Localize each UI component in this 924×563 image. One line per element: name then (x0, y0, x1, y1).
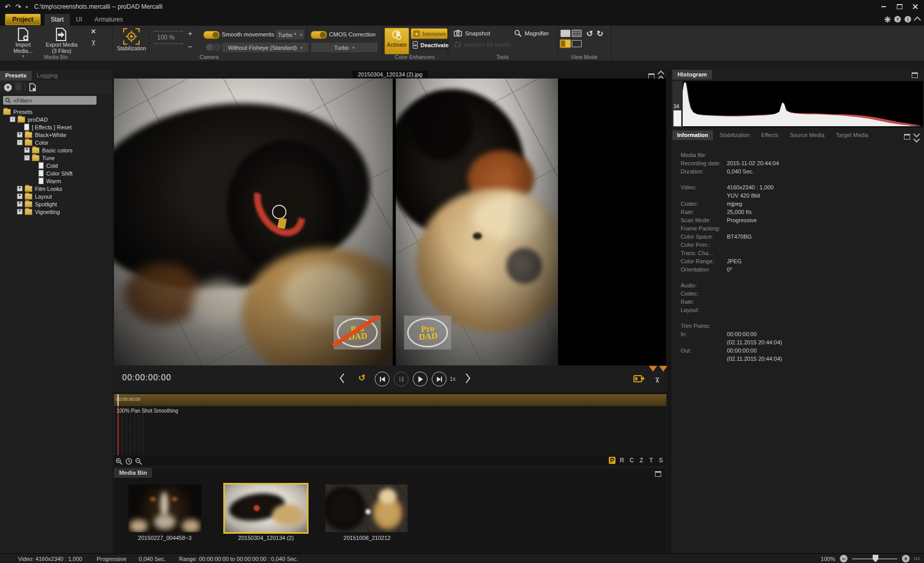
flag-toggle[interactable]: T (648, 457, 654, 464)
view-single-button[interactable] (561, 30, 570, 37)
maximize-button[interactable] (894, 3, 905, 10)
histogram-tab[interactable]: Histogram (672, 70, 712, 80)
info-icon[interactable]: i (904, 16, 911, 23)
redo-icon[interactable]: ↷ (15, 3, 22, 10)
tree-item[interactable]: Color Shift (0, 169, 112, 177)
help-icon[interactable]: ? (894, 16, 901, 23)
timeline-track[interactable]: 100% Pan Shot Smoothing (114, 406, 666, 455)
cmos-mode-dropdown[interactable]: Turbo ▾ (311, 42, 378, 53)
zoom-plus-button[interactable]: + (188, 29, 192, 37)
tree-item[interactable]: -Tune (0, 154, 112, 162)
tree-item[interactable]: +Film Looks (0, 185, 112, 192)
trim-scissors-button[interactable]: ✂ (652, 377, 662, 384)
preview-after-panel[interactable]: ProDAD (396, 79, 558, 365)
quick-access-caret-icon[interactable]: ▾ (25, 4, 28, 10)
activate-button[interactable]: Activate (384, 28, 409, 54)
delete-preset-button[interactable] (15, 84, 21, 90)
export-frames-button[interactable] (633, 374, 646, 384)
tree-expander[interactable]: + (17, 132, 23, 138)
tab-stabilization[interactable]: Stabilization (715, 130, 755, 140)
trim-in-marker[interactable] (649, 366, 657, 372)
tree-item[interactable]: +Basic colors (0, 146, 112, 154)
tree-item[interactable]: Warm (0, 177, 112, 185)
smooth-movements-toggle[interactable] (203, 31, 220, 39)
fisheye-toggle[interactable] (205, 43, 222, 51)
collapse-ribbon-icon[interactable] (914, 16, 921, 24)
tree-item[interactable]: Presets (0, 108, 112, 115)
preview-before-panel[interactable]: ProDAD (114, 79, 393, 365)
tab-effects[interactable]: Effects (757, 130, 783, 140)
tree-item[interactable]: -proDAD (0, 115, 112, 123)
panel-splitter[interactable] (667, 70, 671, 553)
cut-media-button[interactable]: ✂ (88, 39, 99, 47)
tab-logging[interactable]: Logging (32, 71, 63, 81)
pause-button[interactable] (394, 372, 409, 386)
media-remove-button[interactable] (88, 29, 99, 35)
tree-item[interactable]: Cold (0, 162, 112, 169)
export-media-button[interactable]: Export Media (3 Files) (42, 27, 81, 54)
close-button[interactable] (910, 3, 921, 10)
flag-toggle[interactable]: C (628, 457, 635, 464)
tab-presets[interactable]: Presets (0, 71, 32, 81)
tab-target-media[interactable]: Target Media (831, 130, 873, 140)
zoom-in-button[interactable]: + (902, 555, 910, 562)
rotate-ccw-button[interactable]: ↺ (586, 29, 593, 38)
filter-input[interactable] (12, 97, 91, 104)
zoom-slider-thumb[interactable] (873, 555, 878, 562)
next-frame-button[interactable] (465, 373, 471, 384)
tree-expander[interactable]: + (17, 193, 23, 199)
zoom-out-icon[interactable] (135, 458, 142, 465)
smooth-mode-dropdown[interactable]: Turbo * ▾ (275, 29, 305, 40)
tree-expander[interactable]: - (24, 155, 30, 161)
zoom-out-button[interactable]: − (840, 555, 848, 562)
tree-expander[interactable]: + (24, 147, 30, 153)
fisheye-dropdown[interactable]: Without Fisheye (Standard) ▾ (222, 42, 309, 53)
analyze-all-media-button[interactable]: Analyze All Media (454, 41, 511, 48)
media-bin-maximize-icon[interactable] (655, 471, 661, 477)
zoom-value[interactable]: 100 % (154, 32, 183, 43)
tree-expander[interactable]: + (17, 186, 23, 191)
deactivate-button[interactable]: − Deactivate (411, 40, 449, 50)
tab-armatures[interactable]: Armatures (88, 14, 129, 26)
skip-start-button[interactable] (375, 372, 390, 386)
play-button[interactable] (413, 372, 428, 386)
tree-item[interactable]: +Vignetting (0, 208, 112, 216)
view-list-button[interactable] (572, 30, 582, 37)
zoom-in-icon[interactable] (116, 458, 123, 465)
tree-item[interactable]: [ Effects ] Reset (0, 123, 112, 131)
tips-icon[interactable] (884, 16, 891, 23)
playback-speed[interactable]: 1x (450, 376, 456, 382)
inspector-maximize-icon[interactable] (904, 134, 910, 140)
add-preset-button[interactable]: + (4, 84, 12, 91)
playhead-handle[interactable] (118, 394, 119, 406)
media-thumbnail[interactable] (325, 484, 408, 532)
tree-item[interactable]: +Black+White (0, 131, 112, 139)
tree-expander[interactable]: + (17, 201, 23, 207)
view-full-button[interactable] (572, 40, 582, 47)
tree-item[interactable]: +Spotlight (0, 200, 112, 208)
undo-icon[interactable]: ↶ (5, 3, 11, 10)
timeline-ruler[interactable]: 00:00:00:00 (114, 394, 666, 406)
flag-toggle[interactable]: S (658, 457, 664, 464)
media-thumbnail[interactable] (128, 484, 201, 532)
tab-source-media[interactable]: Source Media (785, 130, 829, 140)
cmos-toggle[interactable] (311, 31, 327, 39)
resize-grip[interactable] (914, 557, 920, 560)
tree-item[interactable]: +Layout (0, 192, 112, 200)
snapshot-button[interactable]: Snapshot (454, 30, 490, 36)
playhead-line[interactable] (118, 406, 119, 455)
flag-toggle[interactable]: Z (638, 457, 645, 464)
rotate-cw-button[interactable]: ↻ (596, 29, 603, 38)
stabilization-button[interactable]: Stabilization (115, 28, 148, 51)
histogram-maximize-icon[interactable] (912, 72, 918, 78)
zoom-time-icon[interactable] (125, 458, 132, 465)
zoom-slider[interactable] (852, 558, 897, 559)
minimize-button[interactable] (878, 3, 889, 10)
tree-expander[interactable]: - (10, 117, 15, 122)
tree-expander[interactable]: + (17, 209, 23, 215)
tree-item[interactable]: -Color (0, 139, 112, 146)
project-menu-button[interactable]: Project (5, 14, 41, 25)
new-preset-file-icon[interactable] (29, 83, 36, 91)
flag-toggle[interactable]: P (609, 457, 615, 464)
intensive-button[interactable]: + Intensive (411, 28, 448, 39)
